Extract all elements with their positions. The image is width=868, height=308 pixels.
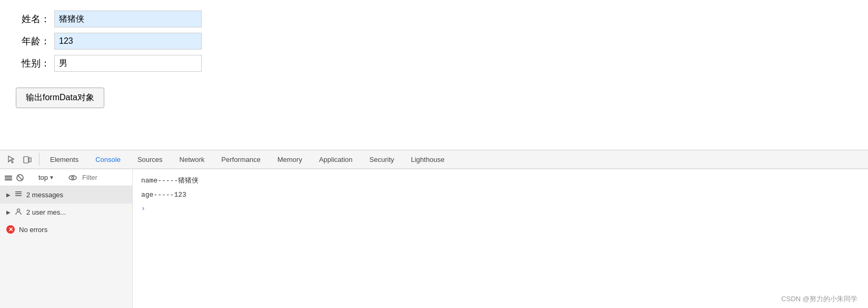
block-icon[interactable] [16,171,24,184]
sidebar-item-errors[interactable]: ✕ No errors [0,221,132,238]
tab-sources[interactable]: Sources [129,150,171,169]
inspect-icon[interactable] [4,152,19,167]
eye-icon[interactable] [68,171,77,184]
messages-list-icon [15,190,22,199]
svg-rect-10 [15,194,22,195]
tab-console[interactable]: Console [87,150,129,169]
user-expand-arrow-icon: ▶ [6,209,11,215]
tab-security[interactable]: Security [361,150,402,169]
tab-application[interactable]: Application [311,150,361,169]
console-sidebar: top ▼ ▶ [0,169,133,308]
svg-line-6 [18,175,23,180]
age-row: 年龄： [16,33,852,50]
gender-row: 性别： [16,55,852,72]
svg-rect-3 [5,177,12,178]
tab-network[interactable]: Network [171,150,213,169]
sidebar-item-user-messages[interactable]: ▶ 2 user mes... [0,204,132,221]
age-label: 年龄： [16,35,50,47]
console-prompt-line[interactable]: › [141,203,860,215]
log-text-2: age-----123 [141,189,186,201]
svg-rect-9 [15,191,22,192]
console-subtoolbar: top ▼ [0,169,132,186]
gender-input[interactable] [54,55,202,72]
svg-point-7 [69,176,76,180]
tab-lighthouse[interactable]: Lighthouse [402,150,453,169]
user-messages-label: 2 user mes... [26,208,66,216]
console-prompt-icon: › [141,203,145,215]
gender-label: 性别： [16,57,50,70]
svg-rect-2 [5,176,12,177]
svg-point-12 [17,209,20,211]
devtools-left-icons [4,152,35,167]
svg-rect-11 [15,195,22,196]
devtools-body: top ▼ ▶ [0,169,868,308]
name-label: 姓名： [16,13,50,25]
context-arrow-icon: ▼ [49,175,54,180]
csdn-watermark: CSDN @努力的小朱同学 [781,294,857,304]
devtools-panel: Elements Console Sources Network Perform… [0,150,868,308]
clear-console-icon[interactable] [4,171,13,184]
main-page: 姓名： 年龄： 性别： 输出formData对象 [0,0,868,150]
svg-rect-4 [5,179,12,180]
svg-rect-0 [24,157,28,163]
sidebar-item-messages[interactable]: ▶ 2 messages [0,186,132,204]
name-row: 姓名： [16,11,852,27]
tab-separator-line [39,153,40,166]
age-input[interactable] [54,33,202,50]
messages-label: 2 messages [26,191,63,199]
svg-point-8 [72,177,74,179]
name-input[interactable] [54,11,202,27]
console-log-line-1: name-----猪猪侠 [141,174,860,188]
devtools-tabs-bar: Elements Console Sources Network Perform… [0,150,868,169]
log-text-1: name-----猪猪侠 [141,175,199,187]
console-log-line-2: age-----123 [141,188,860,202]
expand-arrow-icon: ▶ [6,192,11,198]
console-output: name-----猪猪侠 age-----123 › [133,169,868,308]
tab-performance[interactable]: Performance [213,150,269,169]
console-main: name-----猪猪侠 age-----123 › [133,169,868,308]
user-icon [15,208,22,217]
submit-button[interactable]: 输出formData对象 [16,88,104,108]
error-dot-icon: ✕ [6,225,15,234]
context-selector[interactable]: top ▼ [35,172,58,183]
tab-memory[interactable]: Memory [269,150,311,169]
svg-rect-1 [29,158,31,162]
device-toggle-icon[interactable] [20,152,35,167]
tab-elements[interactable]: Elements [42,150,87,169]
context-label: top [38,174,48,181]
no-errors-label: No errors [19,226,47,234]
